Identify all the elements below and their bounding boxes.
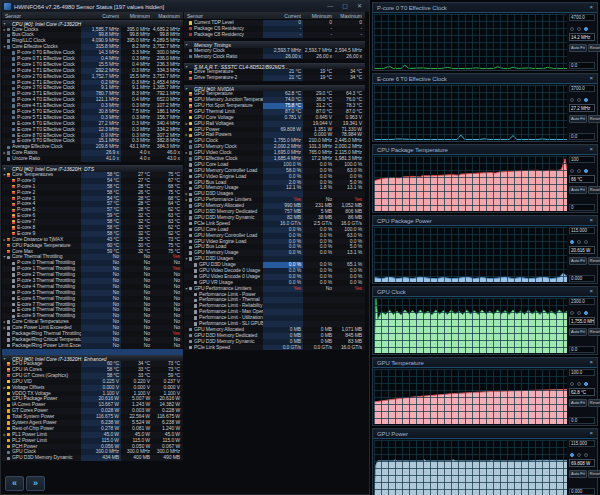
graph-titlebar[interactable]: GPU Temperature× [373, 358, 597, 368]
reset-button[interactable]: Reset [588, 470, 600, 478]
current-value-box: 27.2 MHz [569, 104, 595, 112]
graph-window-3: CPU Package Power×115.00020.616 WAuto Fi… [372, 215, 598, 284]
value-minimum: 26.00 x [303, 54, 334, 60]
current-value-box: 1,755.0 MHz [569, 317, 595, 325]
color-radio-0[interactable] [570, 98, 574, 102]
auto-fit-button[interactable]: Auto Fit [569, 470, 587, 478]
maximize-icon[interactable]: ▢ [342, 1, 348, 12]
color-radio-1[interactable] [577, 453, 581, 457]
scale-max-box[interactable]: 100 [569, 156, 595, 163]
sensor-type-icon-use [194, 280, 199, 286]
sensor-name: Uncore Ratio [12, 156, 81, 162]
scale-min-box[interactable]: 0.0 [569, 62, 595, 69]
column-header-minimum[interactable]: Minimum [303, 12, 334, 19]
color-radio-0[interactable] [570, 27, 574, 31]
column-header-current[interactable]: Current [263, 12, 303, 19]
reset-button[interactable]: Reset [588, 186, 600, 194]
color-radio-1[interactable] [577, 27, 581, 31]
scale-min-box[interactable]: 0.0 [569, 346, 595, 353]
column-header-maximum[interactable]: Maximum [334, 12, 365, 19]
sensor-row[interactable]: Package C8 Residency--- [184, 32, 365, 38]
scale-max-box[interactable]: 115.000 [569, 440, 595, 447]
sensor-row[interactable]: Uncore Ratio41.0 x4.0 x43.0 x [2, 156, 183, 162]
close-icon[interactable]: × [590, 358, 593, 367]
color-radio-1[interactable] [577, 169, 581, 173]
scale-max-box[interactable]: 100.0 [569, 369, 595, 376]
reset-button[interactable]: Reset [588, 115, 600, 123]
column-header-sensor[interactable]: Sensor [2, 12, 81, 19]
sensor-name: GPU D3D Memory Dynamic [12, 455, 81, 461]
scale-max-box[interactable]: 115.000 [569, 227, 595, 234]
close-icon[interactable]: × [590, 3, 593, 12]
color-radio-2[interactable] [584, 27, 588, 31]
scale-min-box[interactable]: 0 [569, 204, 595, 211]
scale-max-box[interactable]: 3700.0 [569, 85, 595, 92]
minimize-icon[interactable]: — [327, 1, 333, 12]
sensor-name: Package C8 Residency [194, 32, 263, 38]
color-radio-0[interactable] [570, 382, 574, 386]
color-radio-1[interactable] [577, 382, 581, 386]
scale-max-box[interactable]: 2300.0 [569, 298, 595, 305]
graph-plot-area [374, 14, 567, 69]
graph-titlebar[interactable]: GPU Clock× [373, 287, 597, 297]
value-minimum: 19 °C [303, 75, 334, 81]
toolbar-arrows-button-0[interactable]: « [5, 476, 24, 491]
graph-titlebar[interactable]: CPU Package Temperature× [373, 145, 597, 155]
auto-fit-button[interactable]: Auto Fit [569, 328, 587, 336]
column-header-current[interactable]: Current [81, 12, 121, 19]
color-radio-2[interactable] [584, 98, 588, 102]
value-current: 434 MB [81, 455, 121, 461]
reset-button[interactable]: Reset [588, 44, 600, 52]
close-icon[interactable]: ✕ [357, 1, 362, 12]
auto-fit-button[interactable]: Auto Fit [569, 186, 587, 194]
auto-fit-button[interactable]: Auto Fit [569, 44, 587, 52]
sensor-row[interactable]: PCIe Link Speed0.0 GT/s0.0 GT/s16.0 GT/s [184, 345, 365, 351]
scale-min-box[interactable]: 0.0 [569, 133, 595, 140]
color-radio-1[interactable] [577, 240, 581, 244]
close-icon[interactable]: × [590, 216, 593, 225]
graph-titlebar[interactable]: E-core 6 T0 Effective Clock× [373, 74, 597, 84]
sensor-row[interactable]: Drive Temperature 221 °C19 °C34 °C [184, 75, 365, 81]
sensor-row[interactable]: Package/Ring Power Limit ExceededNoNoNo [2, 343, 183, 349]
color-radio-0[interactable] [570, 311, 574, 315]
sensor-name: Memory Clock Ratio [194, 54, 263, 60]
close-icon[interactable]: × [590, 287, 593, 296]
sensor-row[interactable]: GPU D3D Memory Dynamic434 MB400 MB490 MB [2, 455, 183, 461]
sensor-type-icon-tmp [12, 231, 17, 237]
graph-titlebar[interactable]: CPU Package Power× [373, 216, 597, 226]
color-radio-1[interactable] [577, 98, 581, 102]
auto-fit-button[interactable]: Auto Fit [569, 257, 587, 265]
close-icon[interactable]: × [590, 74, 593, 83]
scale-min-box[interactable]: 0.000 [569, 275, 595, 282]
sensor-type-icon-use [189, 345, 194, 351]
reset-button[interactable]: Reset [588, 328, 600, 336]
color-radio-1[interactable] [577, 311, 581, 315]
toolbar-arrows-button-1[interactable]: » [26, 476, 45, 491]
graph-window-0: P-core 0 T0 Effective Clock×4700.014.2 M… [372, 2, 598, 71]
window-title: HWiNFO64 v7.26-4980 Sensor Status [197 v… [14, 4, 164, 10]
color-radio-0[interactable] [570, 169, 574, 173]
column-header-maximum[interactable]: Maximum [152, 12, 183, 19]
scale-min-box[interactable]: 0.0 [569, 417, 595, 424]
color-radio-0[interactable] [570, 453, 574, 457]
graph-titlebar[interactable]: GPU Power× [373, 429, 597, 439]
window-titlebar[interactable]: HWiNFO64 v7.26-4980 Sensor Status [197 v… [1, 1, 369, 12]
color-radio-2[interactable] [584, 382, 588, 386]
color-radio-2[interactable] [584, 169, 588, 173]
color-radio-0[interactable] [570, 240, 574, 244]
auto-fit-button[interactable]: Auto Fit [569, 399, 587, 407]
close-icon[interactable]: × [590, 145, 593, 154]
auto-fit-button[interactable]: Auto Fit [569, 115, 587, 123]
column-header-minimum[interactable]: Minimum [121, 12, 152, 19]
sensor-row[interactable]: Memory Clock Ratio26.00 x26.00 x26.00 x [184, 54, 365, 60]
color-radio-2[interactable] [584, 240, 588, 244]
graph-titlebar[interactable]: P-core 0 T0 Effective Clock× [373, 3, 597, 13]
reset-button[interactable]: Reset [588, 399, 600, 407]
scale-min-box[interactable]: 0.000 [569, 488, 595, 495]
color-radio-2[interactable] [584, 311, 588, 315]
reset-button[interactable]: Reset [588, 257, 600, 265]
column-header-sensor[interactable]: Sensor [184, 12, 263, 19]
color-radio-2[interactable] [584, 453, 588, 457]
close-icon[interactable]: × [590, 429, 593, 438]
scale-max-box[interactable]: 4700.0 [569, 14, 595, 21]
